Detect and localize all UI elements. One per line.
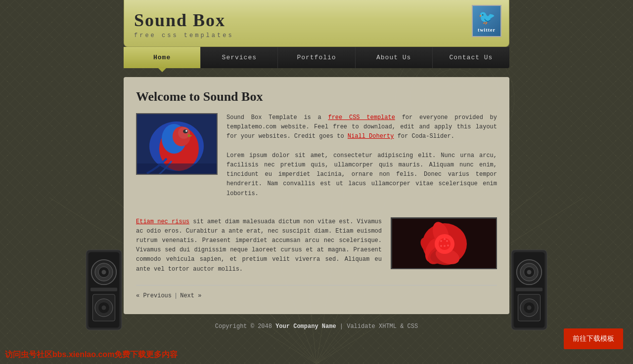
site-footer: Copyright © 2048 Your Company Name | Val… (124, 314, 509, 337)
download-button[interactable]: 前往下载模板 (564, 328, 623, 349)
svg-point-65 (444, 245, 446, 247)
nav-home[interactable]: Home (124, 47, 201, 68)
svg-point-49 (185, 130, 187, 132)
twitter-label: twitter (478, 27, 496, 33)
main-content: Welcome to Sound Box (124, 77, 509, 314)
svg-point-36 (527, 270, 532, 275)
svg-point-63 (446, 240, 448, 242)
etiam-link[interactable]: Etiam nec risus (136, 218, 189, 225)
niall-doherty-link[interactable]: Niall Doherty (348, 133, 394, 140)
svg-rect-41 (516, 288, 543, 291)
svg-point-40 (527, 306, 532, 310)
pagination: « Previous | Next » (136, 285, 497, 299)
twitter-badge[interactable]: 🐦 twitter (472, 5, 501, 37)
nav-services[interactable]: Services (201, 47, 278, 68)
footer-company: Your Company Name (275, 323, 336, 330)
pagination-separator: | (174, 292, 178, 299)
site-subtitle: free css templates (134, 32, 499, 39)
svg-point-29 (102, 306, 106, 310)
svg-rect-30 (90, 288, 117, 291)
main-nav: Home Services Portfolio About Us Contact… (124, 47, 509, 68)
footer-copyright-pre: Copyright © 2048 (215, 323, 275, 330)
speaker-right (504, 245, 554, 334)
speaker-left (79, 245, 129, 334)
svg-point-62 (440, 240, 442, 242)
site-header: Sound Box free css templates 🐦 twitter (124, 0, 509, 47)
free-css-template-link[interactable]: free CSS template (328, 114, 395, 121)
svg-point-64 (444, 238, 446, 240)
svg-point-25 (102, 270, 106, 275)
parrot-image (136, 113, 218, 175)
site-title: Sound Box (134, 10, 499, 31)
footer-validate: | Validate XHTML & CSS (336, 323, 418, 330)
nav-about[interactable]: About Us (356, 47, 433, 68)
second-section: Etiam nec risus sit amet diam malesuada … (136, 217, 497, 274)
next-link[interactable]: Next » (180, 292, 201, 299)
svg-point-66 (440, 245, 442, 247)
twitter-icon: 🐦 (478, 9, 496, 26)
promo-text: 访问虫号社区bbs.xienlao.com免费下载更多内容 (5, 350, 178, 360)
intro-paragraph-1: Sound Box Template is a free CSS templat… (226, 113, 497, 142)
page-title: Welcome to Sound Box (136, 89, 497, 104)
second-text-block: Etiam nec risus sit amet diam malesuada … (136, 217, 382, 274)
second-paragraph: Etiam nec risus sit amet diam malesuada … (136, 217, 382, 274)
lorem-paragraph: Lorem ipsum dolor sit amet, consectetur … (226, 151, 497, 199)
main-wrapper: Sound Box free css templates 🐦 twitter H… (124, 0, 509, 337)
svg-point-67 (447, 244, 449, 246)
svg-rect-50 (137, 163, 218, 175)
prev-link[interactable]: « Previous (136, 292, 172, 299)
nav-contact[interactable]: Contact Us (433, 47, 509, 68)
flower-image (391, 217, 497, 269)
intro-section: Sound Box Template is a free CSS templat… (136, 113, 497, 207)
intro-text-block: Sound Box Template is a free CSS templat… (226, 113, 497, 207)
nav-portfolio[interactable]: Portfolio (278, 47, 355, 68)
